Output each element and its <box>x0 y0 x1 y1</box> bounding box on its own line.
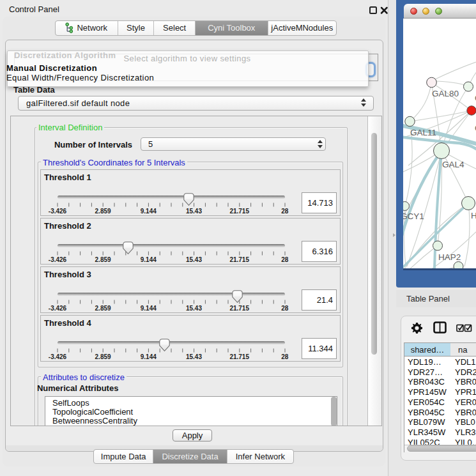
svg-text:GAL4: GAL4 <box>442 160 464 169</box>
svg-text:GCY1: GCY1 <box>403 211 424 221</box>
svg-text:H: H <box>471 211 476 220</box>
svg-text:HAP2: HAP2 <box>438 252 461 262</box>
svg-text:GAL11: GAL11 <box>410 128 436 137</box>
svg-text:GAL80: GAL80 <box>432 89 459 98</box>
